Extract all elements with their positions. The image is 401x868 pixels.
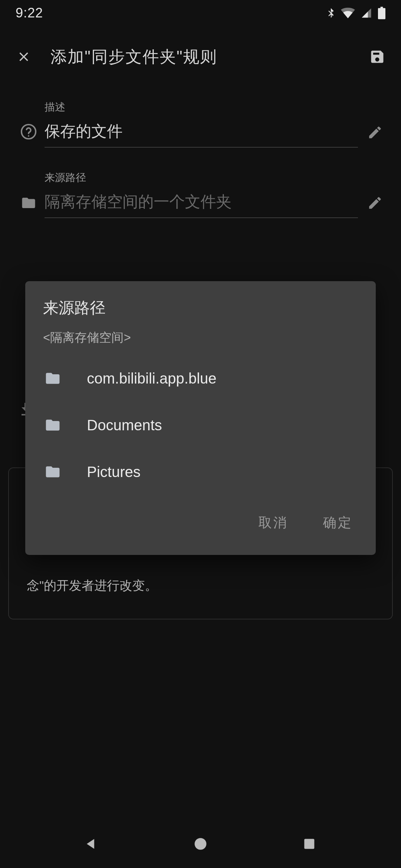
- navigation-bar: [0, 820, 401, 868]
- folder-icon-wrapper: [13, 195, 45, 218]
- svg-rect-2: [304, 839, 314, 849]
- dialog-subtitle: <隔离存储空间>: [25, 329, 376, 355]
- description-field[interactable]: 描述 保存的文件: [45, 100, 358, 148]
- description-label: 描述: [45, 100, 358, 114]
- description-row: 描述 保存的文件: [13, 100, 388, 148]
- help-icon: [20, 123, 37, 140]
- status-icons: [326, 6, 385, 20]
- folder-item[interactable]: com.bilibili.app.blue: [25, 355, 376, 402]
- folder-icon: [20, 195, 38, 211]
- save-icon: [369, 49, 385, 65]
- folder-item-label: Pictures: [87, 464, 141, 480]
- folder-icon: [43, 464, 65, 480]
- svg-point-1: [195, 838, 206, 850]
- description-edit-button[interactable]: [362, 125, 388, 148]
- signal-icon: [360, 7, 373, 19]
- source-path-row: 来源路径 隔离存储空间的一个文件夹: [13, 171, 388, 218]
- folder-item-label: com.bilibili.app.blue: [87, 370, 216, 387]
- form: 描述 保存的文件 来源路径 隔离存储空间的一个文件夹: [0, 100, 401, 241]
- source-path-dialog: 来源路径 <隔离存储空间> com.bilibili.app.blue Docu…: [25, 281, 376, 555]
- folder-item[interactable]: Pictures: [25, 448, 376, 495]
- folder-icon: [43, 370, 65, 387]
- folder-item-label: Documents: [87, 417, 162, 434]
- app-bar: 添加"同步文件夹"规则: [0, 40, 401, 73]
- status-time: 9:22: [16, 5, 43, 21]
- ok-button[interactable]: 确定: [318, 509, 358, 536]
- cancel-button[interactable]: 取消: [253, 509, 293, 536]
- back-icon: [84, 836, 99, 851]
- edit-icon: [367, 125, 383, 140]
- dialog-actions: 取消 确定: [25, 495, 376, 548]
- battery-icon: [378, 7, 385, 19]
- description-value: 保存的文件: [45, 121, 358, 142]
- nav-back-button[interactable]: [77, 829, 107, 859]
- nav-recent-button[interactable]: [294, 829, 324, 859]
- wifi-icon: [341, 7, 355, 19]
- page-title: 添加"同步文件夹"规则: [50, 46, 366, 68]
- source-path-field[interactable]: 来源路径 隔离存储空间的一个文件夹: [45, 171, 358, 218]
- dialog-title: 来源路径: [25, 297, 376, 329]
- save-button[interactable]: [366, 46, 388, 68]
- edit-icon: [367, 195, 383, 211]
- info-card-text: 念"的开发者进行改变。: [27, 576, 374, 595]
- close-icon: [16, 49, 31, 64]
- nav-home-button[interactable]: [186, 829, 215, 859]
- close-button[interactable]: [13, 46, 35, 68]
- home-icon: [193, 837, 208, 851]
- recent-icon: [303, 837, 316, 851]
- folder-icon: [43, 417, 65, 433]
- bluetooth-icon: [326, 6, 336, 20]
- folder-item[interactable]: Documents: [25, 402, 376, 448]
- source-path-edit-button[interactable]: [362, 195, 388, 218]
- status-bar: 9:22: [0, 0, 401, 26]
- help-icon-wrapper[interactable]: [13, 123, 45, 148]
- source-path-placeholder: 隔离存储空间的一个文件夹: [45, 191, 358, 212]
- source-path-label: 来源路径: [45, 171, 358, 185]
